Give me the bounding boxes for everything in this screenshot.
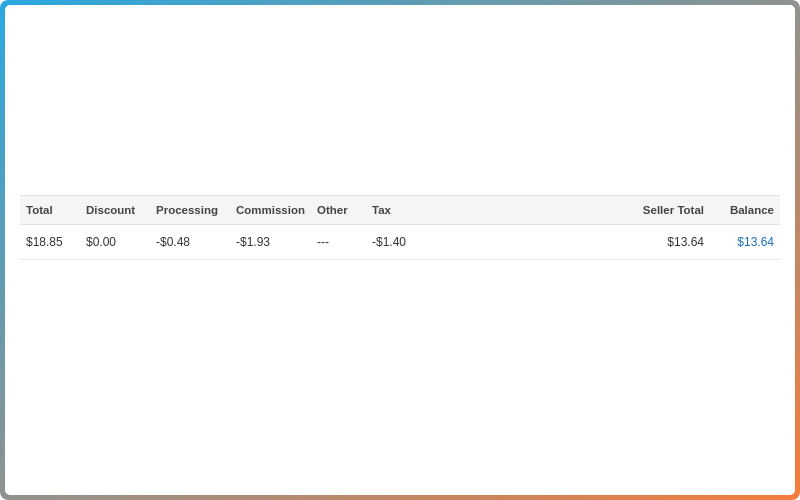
col-header-tax: Tax	[366, 196, 421, 225]
cell-commission: -$1.93	[230, 225, 311, 260]
cell-spacer	[421, 225, 620, 260]
cell-discount: $0.00	[80, 225, 150, 260]
col-header-other: Other	[311, 196, 366, 225]
cell-total: $18.85	[20, 225, 80, 260]
col-header-processing: Processing	[150, 196, 230, 225]
col-header-total: Total	[20, 196, 80, 225]
outer-border: Total Discount Processing Commission Oth…	[0, 0, 800, 500]
table-header-row: Total Discount Processing Commission Oth…	[20, 196, 780, 225]
table-area: Total Discount Processing Commission Oth…	[5, 195, 795, 495]
col-header-balance: Balance	[710, 196, 780, 225]
cell-seller-total: $13.64	[620, 225, 710, 260]
cell-balance: $13.64	[710, 225, 780, 260]
cell-processing: -$0.48	[150, 225, 230, 260]
cell-other: ---	[311, 225, 366, 260]
cell-tax: -$1.40	[366, 225, 421, 260]
col-header-spacer	[421, 196, 620, 225]
inner-content: Total Discount Processing Commission Oth…	[5, 5, 795, 495]
col-header-seller-total: Seller Total	[620, 196, 710, 225]
col-header-commission: Commission	[230, 196, 311, 225]
table-row: $18.85 $0.00 -$0.48 -$1.93 --- -$1.40 $1…	[20, 225, 780, 260]
data-table: Total Discount Processing Commission Oth…	[20, 195, 780, 260]
col-header-discount: Discount	[80, 196, 150, 225]
